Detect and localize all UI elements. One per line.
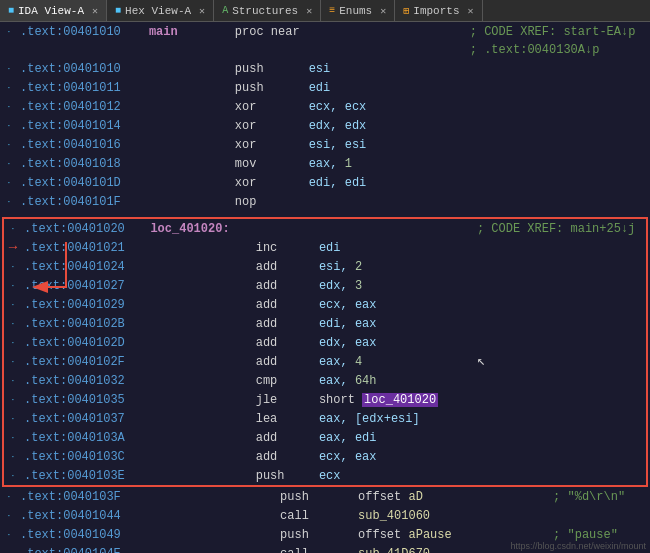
label-cell	[148, 295, 253, 314]
table-row: · .text:00401044 call sub_401060	[0, 506, 650, 525]
tab-close-imports[interactable]: ✕	[468, 5, 474, 17]
marker-cell: ·	[0, 544, 18, 553]
tab-close-ida[interactable]: ✕	[92, 5, 98, 17]
instr-cell: inc	[254, 238, 317, 257]
label-cell	[148, 333, 253, 352]
instr-cell: add	[254, 333, 317, 352]
tab-icon-struct: A	[222, 5, 228, 16]
label-cell	[148, 409, 253, 428]
label-cell	[148, 314, 253, 333]
table-row: · .text:00401032 cmp eax, 64h	[4, 371, 646, 390]
tab-close-hex[interactable]: ✕	[199, 5, 205, 17]
label-cell	[147, 116, 233, 135]
marker-cell: ·	[0, 22, 18, 41]
label-cell	[174, 506, 278, 525]
comment-cell	[468, 116, 650, 135]
addr-cell	[18, 41, 147, 59]
instr-cell: nop	[233, 192, 307, 211]
operand-cell: edx, edx	[307, 116, 468, 135]
label-cell	[147, 59, 233, 78]
addr-cell: .text:00401037	[22, 409, 148, 428]
tab-ida-view-a[interactable]: ■ IDA View-A ✕	[0, 0, 107, 21]
marker-cell: ·	[4, 390, 22, 409]
operand-cell: eax, 1	[307, 154, 468, 173]
addr-cell: .text:00401027	[22, 276, 148, 295]
operand-cell: edi	[307, 78, 468, 97]
instr-cell: call	[278, 544, 356, 553]
label-cell	[147, 97, 233, 116]
instr-cell: add	[254, 428, 317, 447]
tab-label-imports: Imports	[413, 5, 459, 17]
table-row: · .text:0040102F add eax, 4 ↖	[4, 352, 646, 371]
operand-cell: esi	[307, 59, 468, 78]
ide-window: ■ IDA View-A ✕ ■ Hex View-A ✕ A Structur…	[0, 0, 650, 553]
tab-imports[interactable]: ⊞ Imports ✕	[395, 0, 482, 21]
tab-label-hex: Hex View-A	[125, 5, 191, 17]
addr-cell: .text:0040102D	[22, 333, 148, 352]
addr-cell: .text:00401029	[22, 295, 148, 314]
marker-cell: ·	[0, 78, 18, 97]
instr-cell: xor	[233, 173, 307, 192]
label-cell	[148, 447, 253, 466]
instr-cell: add	[254, 295, 317, 314]
instr-cell	[254, 219, 317, 238]
addr-cell: .text:00401010	[18, 22, 147, 41]
addr-cell: .text:00401016	[18, 135, 147, 154]
instr-cell: proc near	[233, 22, 307, 41]
comment-cell	[475, 428, 646, 447]
tab-structures[interactable]: A Structures ✕	[214, 0, 321, 21]
marker-cell: ·	[0, 506, 18, 525]
instr-cell: push	[278, 487, 356, 506]
label-cell	[148, 428, 253, 447]
table-row: · .text:00401037 lea eax, [edx+esi]	[4, 409, 646, 428]
instr-cell: add	[254, 314, 317, 333]
addr-cell: .text:00401032	[22, 371, 148, 390]
operand-cell: ecx, eax	[317, 295, 475, 314]
tab-close-struct[interactable]: ✕	[306, 5, 312, 17]
label-cell	[148, 466, 253, 485]
table-row: · .text:00401014 xor edx, edx	[0, 116, 650, 135]
operand-cell: esi, esi	[307, 135, 468, 154]
instr-cell: add	[254, 257, 317, 276]
marker-cell: ·	[4, 447, 22, 466]
tab-hex-view-a[interactable]: ■ Hex View-A ✕	[107, 0, 214, 21]
disassembly-table: · .text:00401010 main proc near ; CODE X…	[0, 22, 650, 217]
addr-cell: .text:0040101D	[18, 173, 147, 192]
label-cell	[174, 544, 278, 553]
tab-label-enums: Enums	[339, 5, 372, 17]
comment-cell: ; CODE XREF: main+25↓j	[475, 219, 646, 238]
operand-cell: eax, 64h	[317, 371, 475, 390]
label-cell: loc_401020:	[148, 219, 253, 238]
comment-cell	[475, 295, 646, 314]
addr-cell: .text:00401010	[18, 59, 147, 78]
tab-icon-ida: ■	[8, 5, 14, 16]
operand-cell: eax, 4	[317, 352, 475, 371]
table-row: · .text:0040103C add ecx, eax	[4, 447, 646, 466]
comment-cell	[475, 257, 646, 276]
instr-cell: call	[278, 506, 356, 525]
tab-bar: ■ IDA View-A ✕ ■ Hex View-A ✕ A Structur…	[0, 0, 650, 22]
addr-cell: .text:0040101F	[18, 192, 147, 211]
operand-cell: edi, eax	[317, 314, 475, 333]
comment-cell	[468, 192, 650, 211]
label-cell	[148, 257, 253, 276]
tab-enums[interactable]: ≡ Enums ✕	[321, 0, 395, 21]
watermark: https://blog.csdn.net/weixin/mount	[510, 541, 646, 551]
comment-cell	[468, 59, 650, 78]
operand-cell: ecx	[317, 466, 475, 485]
marker-cell: ·	[0, 525, 18, 544]
marker-cell: ·	[0, 487, 18, 506]
addr-cell: .text:0040102F	[22, 352, 148, 371]
highlight-loc-ref: loc_401020	[362, 393, 438, 407]
operand-cell: eax, [edx+esi]	[317, 409, 475, 428]
code-view[interactable]: · .text:00401010 main proc near ; CODE X…	[0, 22, 650, 553]
addr-cell: .text:00401049	[18, 525, 174, 544]
tab-close-enums[interactable]: ✕	[380, 5, 386, 17]
comment-cell	[475, 447, 646, 466]
instr-cell: add	[254, 447, 317, 466]
operand-cell: short loc_401020	[317, 390, 475, 409]
instr-cell: mov	[233, 154, 307, 173]
table-row: · .text:0040101D xor edi, edi	[0, 173, 650, 192]
marker-cell: ·	[4, 219, 22, 238]
marker-cell: ·	[0, 97, 18, 116]
